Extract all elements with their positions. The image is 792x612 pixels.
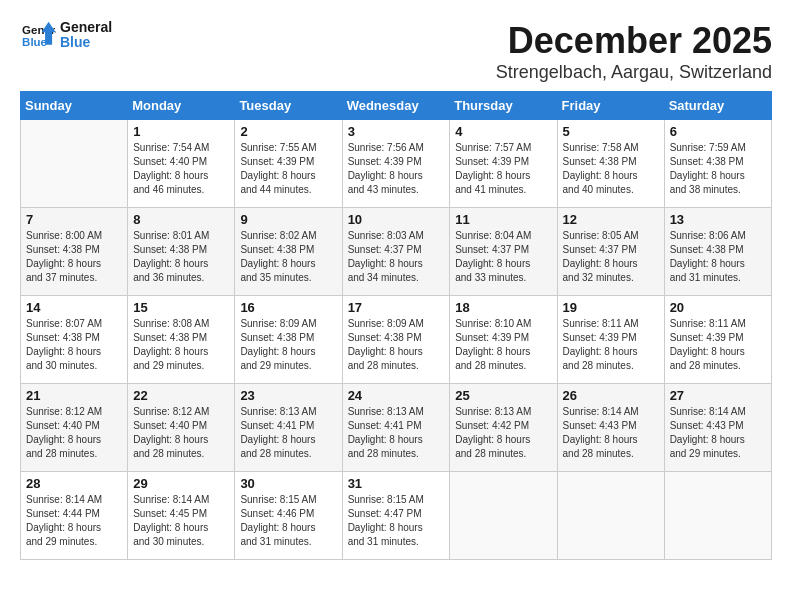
- cell-day-number: 27: [670, 388, 766, 403]
- calendar-cell: [450, 472, 557, 560]
- calendar-cell: 24Sunrise: 8:13 AM Sunset: 4:41 PM Dayli…: [342, 384, 450, 472]
- cell-daylight-info: Sunrise: 8:15 AM Sunset: 4:47 PM Dayligh…: [348, 493, 445, 549]
- calendar-cell: 23Sunrise: 8:13 AM Sunset: 4:41 PM Dayli…: [235, 384, 342, 472]
- cell-daylight-info: Sunrise: 8:07 AM Sunset: 4:38 PM Dayligh…: [26, 317, 122, 373]
- calendar-cell: 13Sunrise: 8:06 AM Sunset: 4:38 PM Dayli…: [664, 208, 771, 296]
- weekday-header-thursday: Thursday: [450, 92, 557, 120]
- cell-day-number: 9: [240, 212, 336, 227]
- calendar-cell: 10Sunrise: 8:03 AM Sunset: 4:37 PM Dayli…: [342, 208, 450, 296]
- weekday-header-monday: Monday: [128, 92, 235, 120]
- calendar-cell: [664, 472, 771, 560]
- calendar-cell: 4Sunrise: 7:57 AM Sunset: 4:39 PM Daylig…: [450, 120, 557, 208]
- cell-day-number: 29: [133, 476, 229, 491]
- calendar-cell: 1Sunrise: 7:54 AM Sunset: 4:40 PM Daylig…: [128, 120, 235, 208]
- cell-daylight-info: Sunrise: 8:01 AM Sunset: 4:38 PM Dayligh…: [133, 229, 229, 285]
- calendar-cell: 18Sunrise: 8:10 AM Sunset: 4:39 PM Dayli…: [450, 296, 557, 384]
- cell-day-number: 2: [240, 124, 336, 139]
- cell-daylight-info: Sunrise: 8:00 AM Sunset: 4:38 PM Dayligh…: [26, 229, 122, 285]
- cell-daylight-info: Sunrise: 7:59 AM Sunset: 4:38 PM Dayligh…: [670, 141, 766, 197]
- calendar-cell: 29Sunrise: 8:14 AM Sunset: 4:45 PM Dayli…: [128, 472, 235, 560]
- cell-day-number: 21: [26, 388, 122, 403]
- cell-day-number: 25: [455, 388, 551, 403]
- calendar-cell: 19Sunrise: 8:11 AM Sunset: 4:39 PM Dayli…: [557, 296, 664, 384]
- calendar-week-row: 28Sunrise: 8:14 AM Sunset: 4:44 PM Dayli…: [21, 472, 772, 560]
- weekday-header-sunday: Sunday: [21, 92, 128, 120]
- cell-day-number: 31: [348, 476, 445, 491]
- cell-day-number: 22: [133, 388, 229, 403]
- cell-day-number: 8: [133, 212, 229, 227]
- logo: General Blue General Blue: [20, 20, 112, 51]
- cell-day-number: 20: [670, 300, 766, 315]
- cell-day-number: 10: [348, 212, 445, 227]
- calendar-cell: 6Sunrise: 7:59 AM Sunset: 4:38 PM Daylig…: [664, 120, 771, 208]
- cell-daylight-info: Sunrise: 8:13 AM Sunset: 4:41 PM Dayligh…: [348, 405, 445, 461]
- cell-daylight-info: Sunrise: 8:02 AM Sunset: 4:38 PM Dayligh…: [240, 229, 336, 285]
- month-title: December 2025: [496, 20, 772, 62]
- cell-day-number: 28: [26, 476, 122, 491]
- cell-daylight-info: Sunrise: 8:09 AM Sunset: 4:38 PM Dayligh…: [348, 317, 445, 373]
- cell-daylight-info: Sunrise: 7:56 AM Sunset: 4:39 PM Dayligh…: [348, 141, 445, 197]
- title-block: December 2025 Strengelbach, Aargau, Swit…: [496, 20, 772, 83]
- calendar-cell: 31Sunrise: 8:15 AM Sunset: 4:47 PM Dayli…: [342, 472, 450, 560]
- calendar-table: SundayMondayTuesdayWednesdayThursdayFrid…: [20, 91, 772, 560]
- calendar-cell: 20Sunrise: 8:11 AM Sunset: 4:39 PM Dayli…: [664, 296, 771, 384]
- cell-day-number: 13: [670, 212, 766, 227]
- cell-daylight-info: Sunrise: 8:15 AM Sunset: 4:46 PM Dayligh…: [240, 493, 336, 549]
- cell-daylight-info: Sunrise: 8:12 AM Sunset: 4:40 PM Dayligh…: [133, 405, 229, 461]
- cell-daylight-info: Sunrise: 8:14 AM Sunset: 4:43 PM Dayligh…: [563, 405, 659, 461]
- cell-day-number: 19: [563, 300, 659, 315]
- cell-daylight-info: Sunrise: 7:55 AM Sunset: 4:39 PM Dayligh…: [240, 141, 336, 197]
- calendar-cell: 8Sunrise: 8:01 AM Sunset: 4:38 PM Daylig…: [128, 208, 235, 296]
- cell-daylight-info: Sunrise: 8:05 AM Sunset: 4:37 PM Dayligh…: [563, 229, 659, 285]
- calendar-cell: 30Sunrise: 8:15 AM Sunset: 4:46 PM Dayli…: [235, 472, 342, 560]
- cell-daylight-info: Sunrise: 7:54 AM Sunset: 4:40 PM Dayligh…: [133, 141, 229, 197]
- calendar-cell: [557, 472, 664, 560]
- weekday-header-saturday: Saturday: [664, 92, 771, 120]
- logo-icon: General Blue: [20, 20, 56, 50]
- cell-day-number: 24: [348, 388, 445, 403]
- page-header: General Blue General Blue December 2025 …: [20, 20, 772, 83]
- weekday-header-tuesday: Tuesday: [235, 92, 342, 120]
- calendar-cell: 26Sunrise: 8:14 AM Sunset: 4:43 PM Dayli…: [557, 384, 664, 472]
- calendar-cell: 22Sunrise: 8:12 AM Sunset: 4:40 PM Dayli…: [128, 384, 235, 472]
- cell-daylight-info: Sunrise: 8:14 AM Sunset: 4:43 PM Dayligh…: [670, 405, 766, 461]
- cell-day-number: 17: [348, 300, 445, 315]
- cell-daylight-info: Sunrise: 8:08 AM Sunset: 4:38 PM Dayligh…: [133, 317, 229, 373]
- calendar-cell: 5Sunrise: 7:58 AM Sunset: 4:38 PM Daylig…: [557, 120, 664, 208]
- weekday-header-friday: Friday: [557, 92, 664, 120]
- cell-daylight-info: Sunrise: 7:57 AM Sunset: 4:39 PM Dayligh…: [455, 141, 551, 197]
- logo-blue: Blue: [60, 35, 112, 50]
- cell-day-number: 18: [455, 300, 551, 315]
- weekday-header-wednesday: Wednesday: [342, 92, 450, 120]
- cell-day-number: 16: [240, 300, 336, 315]
- calendar-cell: 21Sunrise: 8:12 AM Sunset: 4:40 PM Dayli…: [21, 384, 128, 472]
- calendar-cell: 17Sunrise: 8:09 AM Sunset: 4:38 PM Dayli…: [342, 296, 450, 384]
- cell-day-number: 30: [240, 476, 336, 491]
- calendar-cell: 14Sunrise: 8:07 AM Sunset: 4:38 PM Dayli…: [21, 296, 128, 384]
- cell-daylight-info: Sunrise: 8:13 AM Sunset: 4:41 PM Dayligh…: [240, 405, 336, 461]
- cell-day-number: 3: [348, 124, 445, 139]
- cell-daylight-info: Sunrise: 8:03 AM Sunset: 4:37 PM Dayligh…: [348, 229, 445, 285]
- cell-daylight-info: Sunrise: 8:14 AM Sunset: 4:44 PM Dayligh…: [26, 493, 122, 549]
- cell-day-number: 6: [670, 124, 766, 139]
- logo-general: General: [60, 20, 112, 35]
- calendar-week-row: 7Sunrise: 8:00 AM Sunset: 4:38 PM Daylig…: [21, 208, 772, 296]
- calendar-cell: 2Sunrise: 7:55 AM Sunset: 4:39 PM Daylig…: [235, 120, 342, 208]
- cell-day-number: 26: [563, 388, 659, 403]
- cell-daylight-info: Sunrise: 8:11 AM Sunset: 4:39 PM Dayligh…: [563, 317, 659, 373]
- calendar-week-row: 1Sunrise: 7:54 AM Sunset: 4:40 PM Daylig…: [21, 120, 772, 208]
- location-title: Strengelbach, Aargau, Switzerland: [496, 62, 772, 83]
- cell-day-number: 15: [133, 300, 229, 315]
- cell-day-number: 1: [133, 124, 229, 139]
- calendar-cell: 25Sunrise: 8:13 AM Sunset: 4:42 PM Dayli…: [450, 384, 557, 472]
- calendar-cell: 7Sunrise: 8:00 AM Sunset: 4:38 PM Daylig…: [21, 208, 128, 296]
- calendar-cell: 16Sunrise: 8:09 AM Sunset: 4:38 PM Dayli…: [235, 296, 342, 384]
- cell-daylight-info: Sunrise: 7:58 AM Sunset: 4:38 PM Dayligh…: [563, 141, 659, 197]
- cell-daylight-info: Sunrise: 8:06 AM Sunset: 4:38 PM Dayligh…: [670, 229, 766, 285]
- calendar-cell: 3Sunrise: 7:56 AM Sunset: 4:39 PM Daylig…: [342, 120, 450, 208]
- cell-day-number: 4: [455, 124, 551, 139]
- cell-day-number: 23: [240, 388, 336, 403]
- calendar-week-row: 21Sunrise: 8:12 AM Sunset: 4:40 PM Dayli…: [21, 384, 772, 472]
- calendar-cell: 11Sunrise: 8:04 AM Sunset: 4:37 PM Dayli…: [450, 208, 557, 296]
- cell-day-number: 7: [26, 212, 122, 227]
